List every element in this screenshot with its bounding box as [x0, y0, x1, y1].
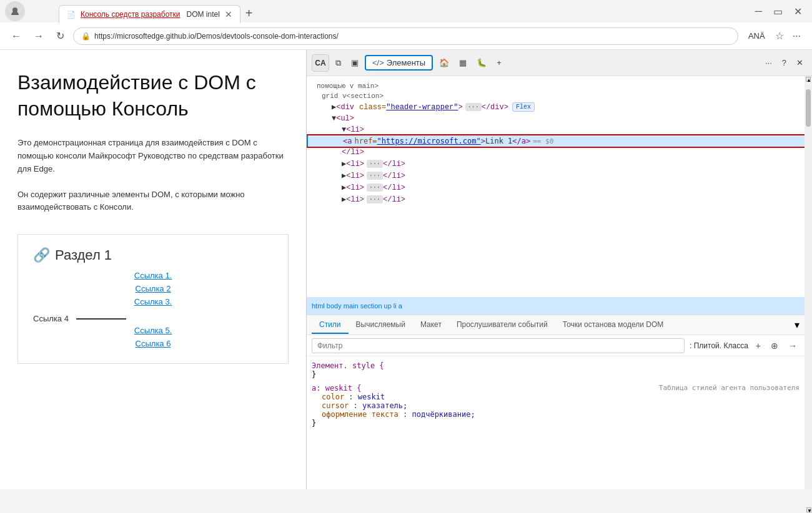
- links-list: Ссылка 1. Ссылка 2 Ссылка 3.: [33, 271, 273, 309]
- more-options-button[interactable]: ···: [789, 28, 805, 44]
- styles-filter-bar: : Плитой. Класса + ⊕ →: [307, 335, 805, 356]
- devtools-toolbar: CA ⧉ ▣ </> Элементы 🏠 ▦ 🐛 + ··· ? ✕: [307, 50, 812, 76]
- dom-line-anchor-selected[interactable]: <a href= "https://microsoft.com" > Link …: [307, 135, 805, 147]
- page-content: Взаимодействие с DOM с помощью Консоль Э…: [0, 50, 306, 489]
- dom-ellipsis-li2[interactable]: ···: [367, 160, 383, 168]
- browser-window: 📄 Консоль средств разработки DOM intel ✕…: [0, 0, 812, 50]
- style-selector-webkit: a: weskit { Таблица стилей агента пользо…: [312, 384, 800, 393]
- home-icon-button[interactable]: 🏠: [435, 56, 453, 70]
- section-title: 🔗 Раздел 1: [33, 247, 273, 263]
- page-description-1: Это демонстрационная страница для взаимо…: [17, 137, 289, 175]
- dom-ellipsis-div[interactable]: ···: [465, 103, 482, 111]
- dom-ellipsis-li3[interactable]: ···: [367, 172, 383, 180]
- tab-computed[interactable]: Вычисляемый: [349, 316, 413, 334]
- breadcrumb-text[interactable]: html body main section up li a: [312, 302, 402, 310]
- link-row-4: Ссылка 4: [33, 314, 273, 323]
- devtools-avatar[interactable]: CA: [312, 54, 329, 72]
- refresh-button[interactable]: ↻: [52, 27, 68, 44]
- dom-tag-li-close: </li>: [342, 148, 364, 157]
- maximize-button[interactable]: ▭: [768, 3, 788, 20]
- help-button[interactable]: ?: [778, 56, 790, 70]
- dom-line-li-5[interactable]: ▶ <li> ··· </li>: [307, 193, 805, 205]
- tab-expand-icon[interactable]: ▾: [795, 319, 800, 331]
- dom-tag-a-open: <a: [343, 137, 352, 145]
- user-initials: ANÄ: [743, 31, 770, 41]
- dom-line-section[interactable]: grid v<section>: [307, 91, 805, 101]
- dom-line-li-2[interactable]: ▶ <li> ··· </li>: [307, 158, 805, 170]
- elements-tab-button[interactable]: </> Элементы: [365, 55, 433, 71]
- dom-tag-ul: <ul>: [336, 114, 354, 123]
- style-source-text: Таблица стилей агента пользователя: [659, 384, 800, 392]
- new-style-rule-button[interactable]: ⊕: [768, 340, 781, 352]
- dom-attr-href: href=: [354, 137, 377, 145]
- page-title: Взаимодействие с DOM с помощью Консоль: [17, 70, 289, 122]
- toggle-element-state-button[interactable]: →: [786, 340, 800, 352]
- minimize-button[interactable]: ─: [750, 3, 767, 20]
- link-6[interactable]: Ссылка 6: [136, 339, 171, 348]
- link-4-label: Ссылка 4: [33, 314, 69, 323]
- add-class-button[interactable]: +: [753, 340, 763, 352]
- tab-layout[interactable]: Макет: [413, 316, 449, 334]
- devtools-panel: CA ⧉ ▣ </> Элементы 🏠 ▦ 🐛 + ··· ? ✕: [306, 50, 812, 489]
- sources-icon-button[interactable]: ▦: [455, 56, 470, 70]
- tab-event-listeners[interactable]: Прослушиватели событий: [449, 316, 555, 334]
- address-bar[interactable]: 🔒 https://microsoftedge.github.io/Demos/…: [73, 27, 738, 45]
- dom-attr-class: class=: [359, 103, 386, 112]
- favorites-icon[interactable]: ☆: [775, 30, 784, 42]
- device-toggle-button[interactable]: ▣: [347, 56, 362, 70]
- scrollbar-thumb[interactable]: [806, 89, 811, 127]
- inspect-icon-button[interactable]: ⧉: [332, 56, 345, 71]
- add-tool-button[interactable]: +: [493, 56, 505, 70]
- styles-tabs-bar: Стили Вычисляемый Макет Прослушиватели с…: [307, 315, 805, 335]
- address-text: https://microsoftedge.github.io/Demos/de…: [94, 32, 730, 41]
- dom-tag-li4-close: </li>: [383, 183, 405, 192]
- more-tools-button[interactable]: ···: [761, 56, 776, 70]
- link-2[interactable]: Ссылка 2: [136, 284, 171, 293]
- close-button[interactable]: ✕: [789, 3, 807, 20]
- dom-line-ul[interactable]: ▼ <ul>: [307, 113, 805, 124]
- elements-label: Элементы: [387, 58, 425, 67]
- dom-tag-div-close-partial: >: [458, 103, 462, 112]
- dom-line-div[interactable]: ▶ <div class= "header-wrapper" > ··· </d…: [307, 101, 805, 113]
- scroll-up-arrow[interactable]: ▲: [806, 77, 811, 82]
- dom-tag-li4: <li>: [346, 183, 364, 192]
- tab-close-button[interactable]: ✕: [225, 9, 232, 19]
- dom-line-li-3[interactable]: ▶ <li> ··· </li>: [307, 170, 805, 182]
- debug-icon-button[interactable]: 🐛: [473, 56, 490, 70]
- active-tab[interactable]: 📄 Консоль средств разработки DOM intel ✕: [59, 5, 240, 23]
- style-selector-text: Элемент. style {: [312, 361, 384, 370]
- link-1[interactable]: Ссылка 1.: [134, 271, 172, 280]
- style-prop-cursor: cursor : указатель;: [322, 401, 800, 410]
- tab-icon: 📄: [67, 11, 76, 19]
- dom-tag-li3: <li>: [346, 172, 364, 180]
- forward-button[interactable]: →: [30, 28, 47, 44]
- dom-tree[interactable]: помощью v main> grid v<section> ▶ <div c…: [307, 76, 805, 297]
- dom-line-main[interactable]: помощью v main>: [307, 81, 805, 91]
- style-rule-webkit-close: }: [312, 419, 800, 428]
- dom-ellipsis-li4[interactable]: ···: [367, 183, 383, 192]
- styles-filter-input[interactable]: [312, 338, 685, 353]
- link-3[interactable]: Ссылка 3.: [134, 297, 172, 306]
- new-tab-button[interactable]: +: [240, 4, 258, 23]
- dom-tag-a-close2: </a>: [512, 137, 530, 145]
- dom-tag-li2-close: </li>: [383, 160, 405, 169]
- links-list-2: Ссылка 5. Ссылка 6: [33, 326, 273, 351]
- style-prop-text-decoration: оформление текста : подчёркивание;: [322, 410, 800, 419]
- dom-expand-div: ▶: [317, 102, 336, 112]
- close-devtools-button[interactable]: ✕: [793, 56, 807, 70]
- style-rule-element: Элемент. style { }: [312, 361, 800, 379]
- dom-line-li-expand[interactable]: ▼ <li>: [307, 124, 805, 135]
- back-button[interactable]: ←: [7, 28, 25, 44]
- dom-flex-badge[interactable]: Flex: [512, 102, 535, 112]
- page-description-2: Он содержит различные элементы DOM, с ко…: [17, 188, 289, 215]
- devtools-right-scrollbar[interactable]: ▲ ▼: [805, 76, 812, 489]
- dom-line-li-4[interactable]: ▶ <li> ··· </li>: [307, 182, 805, 193]
- link-5[interactable]: Ссылка 5.: [134, 326, 172, 335]
- tab-styles[interactable]: Стили: [312, 316, 349, 334]
- tab-dom-breakpoints[interactable]: Точки останова модели DOM: [555, 316, 671, 334]
- dom-ellipsis-li5[interactable]: ···: [367, 195, 383, 203]
- dom-tag-li: <li>: [346, 125, 364, 134]
- profile-avatar[interactable]: [5, 1, 25, 21]
- dom-attr-class-val: "header-wrapper": [386, 103, 458, 112]
- dom-line-li-close[interactable]: </li>: [307, 147, 805, 158]
